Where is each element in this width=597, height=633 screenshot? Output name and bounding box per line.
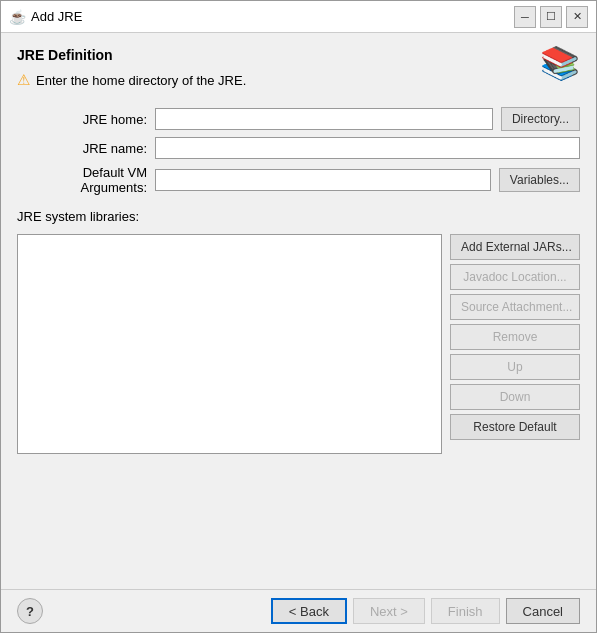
up-button[interactable]: Up xyxy=(450,354,580,380)
warning-icon: ⚠ xyxy=(17,71,30,89)
remove-button[interactable]: Remove xyxy=(450,324,580,350)
finish-button[interactable]: Finish xyxy=(431,598,500,624)
minimize-button[interactable]: ─ xyxy=(514,6,536,28)
default-vm-input[interactable] xyxy=(155,169,491,191)
default-vm-row: Default VM Arguments: Variables... xyxy=(17,165,580,195)
info-row: ⚠ Enter the home directory of the JRE. xyxy=(17,71,246,89)
back-button[interactable]: < Back xyxy=(271,598,347,624)
cancel-button[interactable]: Cancel xyxy=(506,598,580,624)
window-title: Add JRE xyxy=(31,9,82,24)
jre-home-row: JRE home: Directory... xyxy=(17,107,580,131)
jre-system-label: JRE system libraries: xyxy=(17,209,580,224)
library-buttons: Add External JARs... Javadoc Location...… xyxy=(450,234,580,454)
add-external-jars-button[interactable]: Add External JARs... xyxy=(450,234,580,260)
add-jre-window: ☕ Add JRE ─ ☐ ✕ JRE Definition ⚠ Enter t… xyxy=(0,0,597,633)
books-icon: 📚 xyxy=(540,47,580,79)
title-bar-left: ☕ Add JRE xyxy=(9,9,82,25)
jre-home-input[interactable] xyxy=(155,108,493,130)
variables-button[interactable]: Variables... xyxy=(499,168,580,192)
form-area: JRE home: Directory... JRE name: Default… xyxy=(17,107,580,454)
down-button[interactable]: Down xyxy=(450,384,580,410)
jre-name-row: JRE name: xyxy=(17,137,580,159)
bottom-right-buttons: < Back Next > Finish Cancel xyxy=(271,598,580,624)
header-row: JRE Definition ⚠ Enter the home director… xyxy=(17,47,580,103)
jre-name-label: JRE name: xyxy=(17,141,147,156)
next-button[interactable]: Next > xyxy=(353,598,425,624)
info-message: Enter the home directory of the JRE. xyxy=(36,73,246,88)
main-content: JRE Definition ⚠ Enter the home director… xyxy=(1,33,596,589)
javadoc-location-button[interactable]: Javadoc Location... xyxy=(450,264,580,290)
library-area: Add External JARs... Javadoc Location...… xyxy=(17,234,580,454)
title-bar: ☕ Add JRE ─ ☐ ✕ xyxy=(1,1,596,33)
jre-home-label: JRE home: xyxy=(17,112,147,127)
section-title: JRE Definition xyxy=(17,47,246,63)
directory-button[interactable]: Directory... xyxy=(501,107,580,131)
jre-icon: ☕ xyxy=(9,9,25,25)
header-left: JRE Definition ⚠ Enter the home director… xyxy=(17,47,246,103)
title-bar-controls: ─ ☐ ✕ xyxy=(514,6,588,28)
bottom-bar: ? < Back Next > Finish Cancel xyxy=(1,589,596,632)
default-vm-label: Default VM Arguments: xyxy=(17,165,147,195)
library-list[interactable] xyxy=(17,234,442,454)
close-button[interactable]: ✕ xyxy=(566,6,588,28)
source-attachment-button[interactable]: Source Attachment... xyxy=(450,294,580,320)
maximize-button[interactable]: ☐ xyxy=(540,6,562,28)
help-button[interactable]: ? xyxy=(17,598,43,624)
restore-default-button[interactable]: Restore Default xyxy=(450,414,580,440)
jre-name-input[interactable] xyxy=(155,137,580,159)
